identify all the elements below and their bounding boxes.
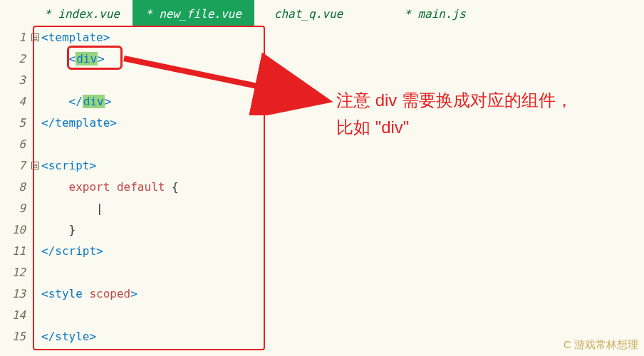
- code-line: export default {: [41, 177, 644, 198]
- tab-label: * main.js: [404, 7, 466, 21]
- code-line: </script>: [41, 241, 644, 262]
- line-number: 7: [0, 155, 26, 177]
- code-line: <style scoped>: [41, 283, 644, 305]
- tab-main-js[interactable]: * main.js: [391, 0, 479, 27]
- annotation-line: 比如 "div": [336, 114, 573, 141]
- code-line: <div>: [41, 48, 644, 70]
- line-number: 4: [0, 91, 26, 112]
- code-line: [41, 262, 644, 283]
- tab-label: * new_file.vue: [145, 7, 242, 21]
- fold-gutter: ⊟ ⊟: [31, 27, 41, 347]
- line-number: 11: [0, 241, 26, 262]
- highlighted-tag: div: [83, 95, 105, 108]
- tab-bar: * index.vue * new_file.vue chat_q.vue * …: [0, 0, 644, 27]
- tab-label: chat_q.vue: [274, 7, 343, 21]
- watermark-text: C 游戏常林想理: [564, 338, 638, 352]
- code-line: |: [41, 198, 644, 219]
- text-cursor: |: [96, 201, 103, 215]
- line-number: 3: [0, 70, 26, 91]
- code-line: <script>: [41, 155, 644, 177]
- line-number: 12: [0, 262, 26, 283]
- highlighted-tag: div: [76, 52, 98, 66]
- line-number: 2: [0, 48, 26, 70]
- line-number-gutter: 1 2 3 4 5 6 7 8 9 10 11 12 13 14 15: [0, 27, 31, 347]
- code-line: <template>: [41, 27, 644, 48]
- fold-toggle-icon[interactable]: ⊟: [31, 162, 39, 169]
- tab-chat-q-vue[interactable]: chat_q.vue: [261, 0, 355, 27]
- editor: 1 2 3 4 5 6 7 8 9 10 11 12 13 14 15 ⊟ ⊟ …: [0, 27, 644, 347]
- code-line: }: [41, 219, 644, 241]
- tab-index-vue[interactable]: * index.vue: [31, 0, 133, 27]
- line-number: 13: [0, 283, 26, 305]
- code-area[interactable]: <template> <div> </div> </template> <scr…: [41, 27, 644, 347]
- tab-new-file-vue[interactable]: * new_file.vue: [133, 0, 254, 27]
- line-number: 15: [0, 326, 26, 347]
- line-number: 5: [0, 112, 26, 134]
- line-number: 10: [0, 219, 26, 241]
- line-number: 9: [0, 198, 26, 219]
- line-number: 6: [0, 134, 26, 155]
- tab-label: * index.vue: [44, 7, 120, 21]
- line-number: 8: [0, 177, 26, 198]
- code-line: </style>: [41, 326, 644, 347]
- code-line: [41, 305, 644, 326]
- annotation-text: 注意 div 需要换成对应的组件， 比如 "div": [336, 87, 573, 142]
- fold-toggle-icon[interactable]: ⊟: [31, 33, 39, 41]
- line-number: 14: [0, 305, 26, 326]
- line-number: 1: [0, 27, 26, 48]
- annotation-line: 注意 div 需要换成对应的组件，: [336, 87, 573, 114]
